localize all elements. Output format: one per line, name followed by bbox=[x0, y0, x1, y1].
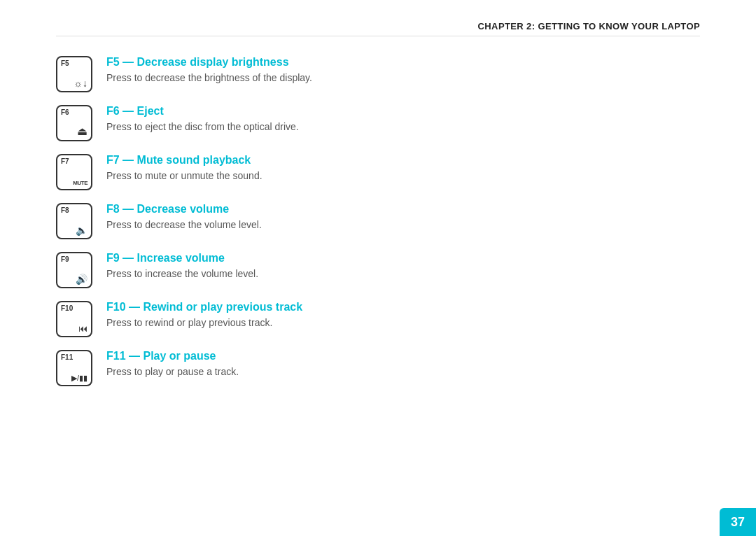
key-icon-f5: F5 ☼↓ bbox=[56, 56, 92, 92]
item-title: F6 — Eject bbox=[106, 105, 299, 118]
key-label: F9 bbox=[61, 256, 69, 263]
key-icon-f7: F7 MUTE bbox=[56, 154, 92, 190]
list-item: F6 ⏏ F6 — Eject Press to eject the disc … bbox=[56, 105, 700, 141]
key-icon-f8: F8 🔈 bbox=[56, 203, 92, 239]
item-content: F8 — Decrease volume Press to decrease t… bbox=[106, 203, 262, 232]
item-description: Press to mute or unmute the sound. bbox=[106, 169, 262, 183]
key-symbol: 🔊 bbox=[76, 274, 88, 284]
item-description: Press to decrease the volume level. bbox=[106, 218, 262, 232]
key-label: F8 bbox=[61, 207, 69, 214]
key-label: F11 bbox=[61, 354, 73, 361]
key-symbol: 🔈 bbox=[76, 225, 88, 235]
item-title: F9 — Increase volume bbox=[106, 252, 258, 265]
item-content: F9 — Increase volume Press to increase t… bbox=[106, 252, 258, 281]
key-icon-f11: F11 ▶/▮▮ bbox=[56, 350, 92, 386]
item-title: F5 — Decrease display brightness bbox=[106, 56, 312, 69]
key-label: F5 bbox=[61, 60, 69, 67]
key-symbol: ⏮ bbox=[78, 324, 88, 333]
item-description: Press to rewind or play previous track. bbox=[106, 316, 302, 330]
item-content: F11 — Play or pause Press to play or pau… bbox=[106, 350, 239, 379]
page: CHAPTER 2: GETTING TO KNOW YOUR LAPTOP F… bbox=[0, 0, 756, 536]
item-content: F5 — Decrease display brightness Press t… bbox=[106, 56, 312, 85]
item-title: F10 — Rewind or play previous track bbox=[106, 301, 302, 313]
item-content: F10 — Rewind or play previous track Pres… bbox=[106, 301, 302, 330]
list-item: F5 ☼↓ F5 — Decrease display brightness P… bbox=[56, 56, 700, 92]
item-content: F6 — Eject Press to eject the disc from … bbox=[106, 105, 299, 134]
chapter-title: CHAPTER 2: GETTING TO KNOW YOUR LAPTOP bbox=[478, 21, 700, 31]
item-description: Press to increase the volume level. bbox=[106, 267, 258, 281]
key-label: F7 bbox=[61, 158, 69, 165]
key-symbol: ☼↓ bbox=[74, 78, 88, 88]
list-item: F11 ▶/▮▮ F11 — Play or pause Press to pl… bbox=[56, 350, 700, 386]
item-title: F11 — Play or pause bbox=[106, 350, 239, 362]
key-symbol: ⏏ bbox=[77, 126, 88, 137]
chapter-header: CHAPTER 2: GETTING TO KNOW YOUR LAPTOP bbox=[56, 21, 700, 36]
key-icon-f6: F6 ⏏ bbox=[56, 105, 92, 141]
item-title: F8 — Decrease volume bbox=[106, 203, 262, 216]
list-item: F7 MUTE F7 — Mute sound playback Press t… bbox=[56, 154, 700, 190]
key-symbol: ▶/▮▮ bbox=[71, 374, 88, 382]
key-symbol: MUTE bbox=[73, 181, 88, 186]
list-item: F10 ⏮ F10 — Rewind or play previous trac… bbox=[56, 301, 700, 337]
item-description: Press to decrease the brightness of the … bbox=[106, 71, 312, 85]
items-list: F5 ☼↓ F5 — Decrease display brightness P… bbox=[56, 56, 700, 386]
page-number: 37 bbox=[731, 515, 745, 530]
item-description: Press to eject the disc from the optical… bbox=[106, 120, 299, 134]
key-label: F10 bbox=[61, 305, 73, 312]
item-title: F7 — Mute sound playback bbox=[106, 154, 262, 167]
item-content: F7 — Mute sound playback Press to mute o… bbox=[106, 154, 262, 183]
item-description: Press to play or pause a track. bbox=[106, 365, 239, 379]
key-label: F6 bbox=[61, 109, 69, 116]
key-icon-f10: F10 ⏮ bbox=[56, 301, 92, 337]
list-item: F8 🔈 F8 — Decrease volume Press to decre… bbox=[56, 203, 700, 239]
page-number-box: 37 bbox=[720, 508, 756, 536]
key-icon-f9: F9 🔊 bbox=[56, 252, 92, 288]
list-item: F9 🔊 F9 — Increase volume Press to incre… bbox=[56, 252, 700, 288]
